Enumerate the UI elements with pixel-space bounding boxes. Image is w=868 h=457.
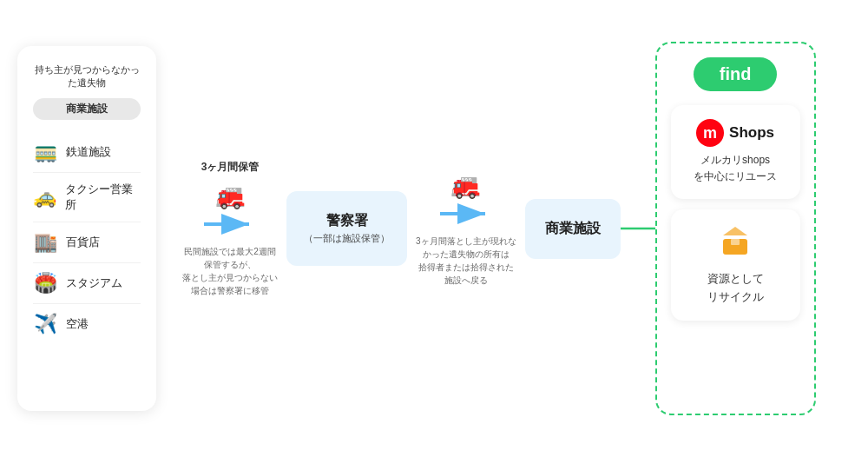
shops-row: m Shops bbox=[696, 119, 774, 147]
list-item: 🏟️スタジアム bbox=[33, 263, 141, 304]
item-icon: 🚃 bbox=[33, 141, 57, 163]
flow-wrapper: 3ヶ月間保管 🚒 民間施設では最大2週間保管するが、落とし主が見つからない場合は… bbox=[174, 42, 851, 415]
find-badge: find bbox=[694, 57, 778, 91]
commercial-step: 商業施設 bbox=[525, 199, 621, 259]
recycle-label: 資源としてリサイクル bbox=[707, 270, 764, 307]
arrow2-note: 3ヶ月間落とし主が現れなかった遺失物の所有は拾得者または拾得された施設へ戻る bbox=[416, 235, 516, 287]
arrow1-truck: 🚒 bbox=[215, 182, 246, 210]
left-card-badge: 商業施設 bbox=[33, 98, 141, 120]
arrow1-label: 3ヶ月間保管 bbox=[201, 160, 260, 175]
svg-rect-9 bbox=[731, 239, 740, 245]
list-item: 🏬百貨店 bbox=[33, 222, 141, 263]
item-icon: ✈️ bbox=[33, 313, 57, 335]
recycle-card: 資源としてリサイクル bbox=[671, 209, 800, 321]
list-item: 🚃鉄道施設 bbox=[33, 132, 141, 173]
svg-marker-8 bbox=[723, 227, 747, 235]
main-container: 持ち主が見つからなかった遺失物 商業施設 🚃鉄道施設🚕タクシー営業所🏬百貨店🏟️… bbox=[17, 16, 851, 441]
commercial-box: 商業施設 bbox=[525, 199, 621, 259]
item-label: 百貨店 bbox=[66, 235, 100, 250]
police-title: 警察署 bbox=[326, 212, 368, 230]
arrow2-block: 🚒 3ヶ月間落とし主が現れなかった遺失物の所有は拾得者または拾得された施設へ戻る bbox=[416, 171, 516, 287]
right-panel: find m Shops メルカリshopsを中心にリユース bbox=[655, 42, 816, 415]
item-icon: 🚕 bbox=[33, 186, 56, 209]
arrow2-truck: 🚒 bbox=[450, 171, 481, 200]
connector-line-h bbox=[621, 227, 655, 230]
item-label: スタジアム bbox=[66, 275, 122, 291]
list-item: 🚕タクシー営業所 bbox=[33, 173, 141, 222]
mercari-logo-icon: m bbox=[696, 119, 724, 147]
recycle-icon bbox=[718, 223, 753, 265]
shops-card: m Shops メルカリshopsを中心にリユース bbox=[671, 105, 800, 199]
connector-right: find m Shops メルカリshopsを中心にリユース bbox=[621, 42, 816, 415]
police-sub: （一部は施設保管） bbox=[304, 232, 390, 245]
left-items-list: 🚃鉄道施設🚕タクシー営業所🏬百貨店🏟️スタジアム✈️空港 bbox=[33, 132, 141, 344]
shops-label: Shops bbox=[729, 124, 774, 142]
svg-text:m: m bbox=[703, 124, 717, 142]
list-item: ✈️空港 bbox=[33, 304, 141, 344]
left-card-title: 持ち主が見つからなかった遺失物 bbox=[33, 63, 141, 89]
arrow1-block: 3ヶ月間保管 🚒 民間施設では最大2週間保管するが、落とし主が見つからない場合は… bbox=[182, 160, 278, 297]
left-card: 持ち主が見つからなかった遺失物 商業施設 🚃鉄道施設🚕タクシー営業所🏬百貨店🏟️… bbox=[17, 46, 156, 411]
commercial-title: 商業施設 bbox=[545, 220, 601, 238]
item-label: 空港 bbox=[66, 316, 89, 332]
recycle-box-icon bbox=[718, 223, 753, 258]
police-box: 警察署 （一部は施設保管） bbox=[286, 191, 407, 266]
police-step: 警察署 （一部は施設保管） bbox=[286, 191, 407, 266]
arrow1-svg bbox=[204, 214, 256, 235]
arrow2-svg bbox=[440, 203, 492, 224]
item-label: 鉄道施設 bbox=[66, 144, 111, 160]
shops-desc: メルカリshopsを中心にリユース bbox=[694, 152, 777, 185]
item-icon: 🏟️ bbox=[33, 272, 57, 295]
item-icon: 🏬 bbox=[33, 231, 57, 254]
arrow1-note: 民間施設では最大2週間保管するが、落とし主が見つからない場合は警察署に移管 bbox=[182, 245, 278, 297]
item-label: タクシー営業所 bbox=[65, 182, 141, 213]
